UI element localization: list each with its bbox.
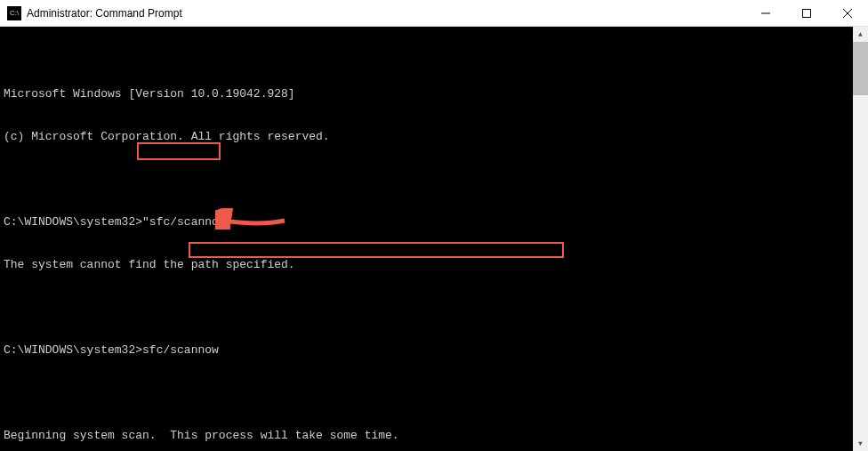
terminal-line: (c) Microsoft Corporation. All rights re… — [4, 130, 848, 144]
terminal-line: Microsoft Windows [Version 10.0.19042.92… — [4, 87, 848, 101]
window-title: Administrator: Command Prompt — [27, 7, 745, 20]
vertical-scrollbar[interactable]: ▲ ▼ — [853, 27, 868, 451]
terminal-area[interactable]: Microsoft Windows [Version 10.0.19042.92… — [0, 27, 868, 451]
scroll-up-icon[interactable]: ▲ — [853, 27, 868, 42]
window-controls — [745, 0, 868, 26]
terminal-line: The system cannot find the path specifie… — [4, 258, 848, 272]
terminal-line — [4, 386, 848, 400]
command-prompt-window: C:\ Administrator: Command Prompt Micros… — [0, 0, 868, 451]
minimize-button[interactable] — [745, 0, 786, 26]
annotation-highlight-command — [137, 142, 221, 160]
terminal-line: C:\WINDOWS\system32>sfc/scannow — [4, 343, 848, 358]
cmd-icon: C:\ — [7, 6, 21, 20]
terminal-line: Beginning system scan. This process will… — [4, 429, 848, 443]
scroll-down-icon[interactable]: ▼ — [853, 436, 868, 451]
terminal-line — [4, 301, 848, 315]
maximize-button[interactable] — [786, 0, 827, 26]
close-button[interactable] — [827, 0, 868, 26]
svg-rect-1 — [803, 9, 811, 17]
terminal-line — [4, 173, 848, 187]
terminal-line: C:\WINDOWS\system32>"sfc/scannow" — [4, 215, 848, 230]
scrollbar-thumb[interactable] — [853, 42, 868, 95]
titlebar[interactable]: C:\ Administrator: Command Prompt — [0, 0, 868, 27]
terminal-content: Microsoft Windows [Version 10.0.19042.92… — [4, 59, 848, 451]
annotation-highlight-result — [189, 242, 564, 258]
